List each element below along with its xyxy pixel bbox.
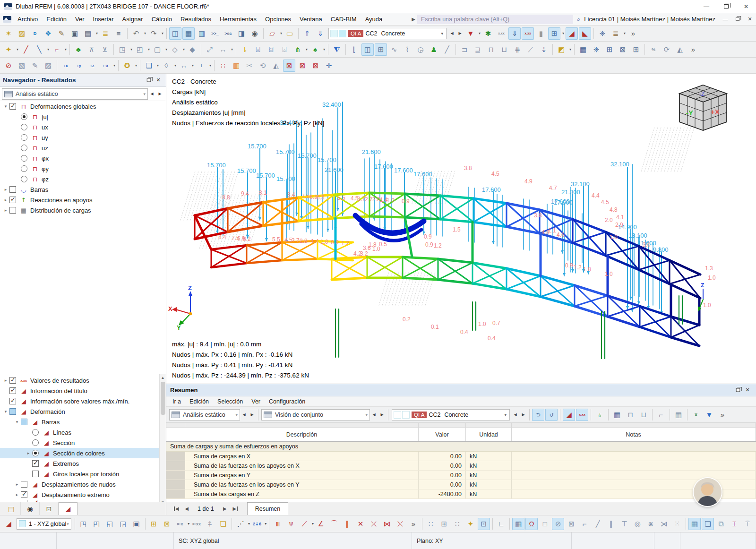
summary-loadcase-combo[interactable]: QI A CC2 Concrete ▾ xyxy=(392,409,510,420)
menu-archivo[interactable]: Archivo xyxy=(13,13,42,26)
edit-object-icon[interactable]: ▭ xyxy=(284,27,296,40)
guide-line-icon[interactable]: ⍏ xyxy=(204,518,216,530)
minimize-button[interactable]: — xyxy=(696,0,716,13)
mdi-restore-button[interactable] xyxy=(731,14,744,25)
snap-dots-icon[interactable]: ⁙ xyxy=(671,518,683,530)
frame-cut-icon[interactable]: ⊞ xyxy=(375,43,387,56)
new-line-type-icon[interactable]: ╲ xyxy=(33,43,45,56)
clip-y-icon[interactable]: ⊠ xyxy=(296,60,309,72)
next-loadcase-button[interactable]: ▶ xyxy=(456,28,464,39)
tree-checkbox[interactable] xyxy=(9,197,16,203)
view-minus-x-icon-dropdown[interactable]: ▾ xyxy=(112,63,116,68)
solid-display-icon[interactable]: ▮ xyxy=(535,27,547,40)
printout-report-icon[interactable]: ≡ xyxy=(112,27,125,40)
more-b1-icon[interactable]: » xyxy=(407,518,420,530)
pager-first-button[interactable]: ◀ xyxy=(171,504,181,514)
redo-icon-dropdown[interactable]: ▾ xyxy=(161,31,164,35)
member-set-icon[interactable]: ⊼ xyxy=(86,43,98,56)
print-icon[interactable]: ▤ xyxy=(82,27,94,40)
beam-section-icon[interactable]: I xyxy=(195,60,207,72)
tree-radio[interactable] xyxy=(21,113,27,120)
restore-button[interactable] xyxy=(716,0,736,13)
beam-section-icon-dropdown[interactable]: ▾ xyxy=(208,63,212,68)
dim-xx-icon[interactable]: ⇤xx xyxy=(190,518,203,530)
menu-ver[interactable]: Ver xyxy=(71,13,89,26)
snap-box-icon[interactable]: ⊠ xyxy=(565,518,577,530)
load-filter-icon[interactable]: ⧨ xyxy=(331,43,343,56)
assistant-icon[interactable]: ◉ xyxy=(249,27,261,40)
column-header-unidad[interactable]: Unidad xyxy=(466,428,512,441)
dlubal-center-icon[interactable]: D xyxy=(29,27,41,40)
snap-bis-icon[interactable]: ⋇ xyxy=(644,518,657,530)
frame-new-icon[interactable]: ❏ xyxy=(217,518,229,530)
view-iso-icon[interactable]: ▨ xyxy=(42,60,54,72)
view-edit-icon[interactable]: ✎ xyxy=(29,60,41,72)
tree-item-informaci-n-del-t-tulo[interactable]: ◢Información del título xyxy=(0,386,166,396)
hide-values-icon[interactable]: x.xx xyxy=(495,27,507,40)
mirror-view-icon[interactable]: ◭ xyxy=(270,60,282,72)
save-icon[interactable]: ▣ xyxy=(69,27,81,40)
blocks-icon[interactable]: ❏ xyxy=(143,60,155,72)
rotate-icon-dropdown[interactable]: ▾ xyxy=(164,47,168,51)
summary-prev1[interactable]: ◀ xyxy=(240,410,248,420)
scroll-down-icon[interactable]: ▼ xyxy=(160,499,166,502)
align-h-icon[interactable]: ⊐ xyxy=(458,43,471,56)
view-z-icon[interactable]: ↕z xyxy=(86,60,98,72)
animate-icon[interactable]: ◶ xyxy=(414,43,427,56)
select-related-icon[interactable]: ⋔ xyxy=(292,43,304,56)
color-scale-icon-dropdown[interactable]: ▾ xyxy=(568,47,572,51)
column-header-descripción[interactable]: Descripción xyxy=(185,428,419,441)
table-lock-icon[interactable]: ▦ xyxy=(688,518,701,530)
grid-e-icon[interactable]: ⊞ xyxy=(630,43,642,56)
expander-icon[interactable]: ▸ xyxy=(2,208,9,213)
frame-lock-icon[interactable]: ❏ xyxy=(702,518,714,530)
align-icon-dropdown[interactable]: ▾ xyxy=(230,47,234,51)
open-model-icon[interactable]: ▨ xyxy=(16,27,28,40)
search-icon[interactable]: ⌕ xyxy=(577,16,580,23)
tree-item-desplazamiento-extremo[interactable]: ▸◢Desplazamiento extremo xyxy=(0,489,166,500)
edit-vp-2-icon[interactable]: ◰ xyxy=(91,518,103,530)
pager-prev-button[interactable]: ◀ xyxy=(181,504,192,514)
member-ang1-icon[interactable]: ∠ xyxy=(315,518,327,530)
new-model-icon[interactable]: ✶ xyxy=(2,27,15,40)
tree-item-l-neas[interactable]: ◢Líneas xyxy=(0,427,166,437)
menu-resultados[interactable]: Resultados xyxy=(176,13,215,26)
expander-icon[interactable]: ▸ xyxy=(13,482,21,487)
tree-checkbox[interactable] xyxy=(21,419,27,425)
tree-checkbox[interactable] xyxy=(9,377,16,384)
tree-checkbox[interactable] xyxy=(21,500,27,502)
nav-tab-views[interactable]: ⊡ xyxy=(40,502,59,515)
navigator-close-button[interactable]: ✕ xyxy=(154,76,163,85)
coordinate-system-combo[interactable]: 1 - XYZ global▾ xyxy=(17,518,71,530)
result-diagram-icon[interactable]: ◢ xyxy=(566,27,578,40)
view-minus-x-icon[interactable]: ↕-x xyxy=(99,60,112,72)
polyline-pts-icon-dropdown[interactable]: ▾ xyxy=(248,522,250,526)
scroll-thumb[interactable] xyxy=(161,382,165,415)
dim-x-icon[interactable]: ⇤x xyxy=(174,518,186,530)
dim-x-icon-dropdown[interactable]: ▾ xyxy=(187,522,190,526)
tree-item-reacciones-en-apoyos[interactable]: ▸↥Reacciones en apoyos xyxy=(0,195,166,205)
user-avatar[interactable] xyxy=(694,478,722,506)
table-row[interactable]: Suma de cargas en X0.00kN xyxy=(166,452,756,461)
undo-icon[interactable]: ↶ xyxy=(130,27,142,40)
snap-active-icon[interactable]: ⊡ xyxy=(478,518,490,530)
snap-points-icon[interactable]: ∷ xyxy=(451,518,464,530)
polyline-pts-icon[interactable]: ⋰ xyxy=(234,518,247,530)
member-hinge-icon[interactable]: ⊻ xyxy=(99,43,111,56)
grid-d-icon[interactable]: ⊠ xyxy=(617,43,629,56)
tree-checkbox[interactable] xyxy=(21,481,27,488)
menu-ayuda[interactable]: Ayuda xyxy=(361,13,387,26)
tree-item--u-[interactable]: ⊓|u| xyxy=(0,112,166,122)
ortho-icon[interactable]: □ xyxy=(539,518,551,530)
redo-icon[interactable]: ↷ xyxy=(147,27,160,40)
rotate-view-icon[interactable]: ⟲ xyxy=(257,60,269,72)
align-icon[interactable]: ↔ xyxy=(217,43,229,56)
snap-line-icon[interactable]: ╱ xyxy=(592,518,604,530)
clip-x-icon[interactable]: ⊠ xyxy=(283,60,295,72)
filter-cases-icon[interactable]: ▼ xyxy=(464,27,477,40)
grid-settings-icon[interactable]: ⊞ xyxy=(438,518,450,530)
summary-tab[interactable]: Resumen xyxy=(247,502,289,515)
loadcase-combo[interactable]: QI ACC2Concrete▾ xyxy=(328,28,447,39)
view-box-icon[interactable]: ▧ xyxy=(16,60,28,72)
member-par-icon[interactable]: ∥ xyxy=(341,518,353,530)
